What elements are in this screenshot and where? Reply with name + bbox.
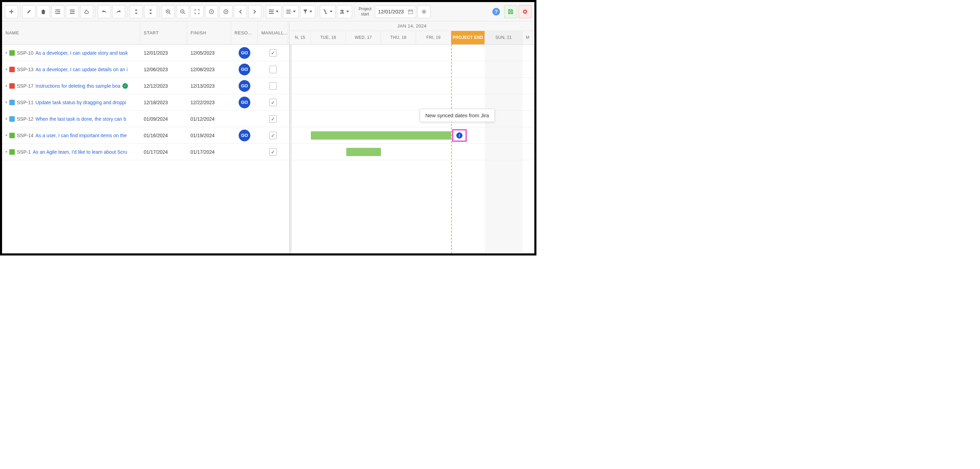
- undo-button[interactable]: [98, 5, 111, 18]
- day-header[interactable]: PROJECT END: [451, 31, 485, 45]
- day-header[interactable]: N, 15: [290, 31, 311, 45]
- manual-checkbox[interactable]: ✓: [269, 115, 277, 123]
- gantt-row[interactable]: [290, 94, 535, 111]
- expand-dot[interactable]: [5, 151, 7, 153]
- resource-cell[interactable]: GO: [231, 130, 258, 141]
- today-button[interactable]: [205, 5, 218, 18]
- start-date[interactable]: 12/06/2023: [140, 67, 187, 72]
- expand-dot[interactable]: [5, 68, 7, 70]
- avatar[interactable]: GO: [239, 47, 250, 59]
- outdent-button[interactable]: [66, 5, 79, 18]
- table-row[interactable]: SSP-14As a user, I can find important it…: [2, 127, 289, 144]
- issue-title[interactable]: As a user, I can find important items on…: [35, 133, 127, 138]
- finish-date[interactable]: 12/08/2023: [187, 67, 231, 72]
- gantt-row[interactable]: [290, 45, 535, 61]
- zoom-out-button[interactable]: [176, 5, 189, 18]
- day-header[interactable]: M: [523, 31, 533, 45]
- issue-title[interactable]: When the last task is done, the story ca…: [35, 116, 126, 122]
- erase-button[interactable]: [80, 5, 93, 18]
- manual-checkbox[interactable]: ✓: [269, 99, 277, 106]
- manual-checkbox[interactable]: ✓: [269, 49, 277, 57]
- gantt-row[interactable]: [290, 78, 535, 94]
- day-header[interactable]: WED, 17: [346, 31, 381, 45]
- add-button[interactable]: [5, 5, 18, 18]
- header-manual[interactable]: MANUALL...: [258, 21, 288, 45]
- header-finish[interactable]: FINISH: [187, 21, 231, 45]
- start-date[interactable]: 01/17/2024: [140, 149, 187, 155]
- resource-cell[interactable]: GO: [231, 64, 258, 75]
- start-date[interactable]: 12/18/2023: [140, 100, 187, 105]
- manual-cell[interactable]: [258, 66, 288, 73]
- header-resource[interactable]: RESO...: [231, 21, 258, 45]
- header-name[interactable]: NAME: [2, 21, 140, 45]
- resource-cell[interactable]: GO: [231, 47, 258, 59]
- manual-cell[interactable]: [258, 82, 288, 90]
- expand-all-button[interactable]: [130, 5, 143, 18]
- manual-checkbox[interactable]: ✓: [269, 148, 277, 156]
- view-options-dropdown[interactable]: [266, 5, 282, 18]
- gantt-row[interactable]: [290, 61, 535, 78]
- day-header[interactable]: THU, 18: [381, 31, 416, 45]
- collapse-all-button[interactable]: [144, 5, 157, 18]
- issue-title[interactable]: As an Agile team, I'd like to learn abou…: [33, 149, 127, 155]
- finish-date[interactable]: 12/05/2023: [187, 50, 231, 56]
- manual-cell[interactable]: ✓: [258, 49, 288, 57]
- redo-button[interactable]: [112, 5, 125, 18]
- gantt-row[interactable]: [290, 144, 535, 160]
- table-row[interactable]: SSP-11Update task status by dragging and…: [2, 94, 289, 111]
- zoom-in-button[interactable]: [162, 5, 175, 18]
- help-button[interactable]: ?: [490, 5, 503, 18]
- day-header[interactable]: TUE, 16: [311, 31, 346, 45]
- manual-cell[interactable]: ✓: [258, 132, 288, 139]
- avatar[interactable]: GO: [239, 130, 250, 141]
- table-row[interactable]: SSP-13As a developer, I can update detai…: [2, 61, 289, 78]
- resources-dropdown[interactable]: [337, 5, 352, 18]
- filter-dropdown[interactable]: [300, 5, 315, 18]
- manual-cell[interactable]: ✓: [258, 148, 288, 156]
- next-button[interactable]: [248, 5, 261, 18]
- start-date[interactable]: 12/12/2023: [140, 83, 187, 89]
- expand-dot[interactable]: [5, 52, 7, 54]
- finish-date[interactable]: 01/17/2024: [187, 149, 231, 155]
- avatar[interactable]: GO: [239, 97, 250, 108]
- issue-title[interactable]: Update task status by dragging and dropp…: [35, 100, 126, 105]
- avatar[interactable]: GO: [239, 80, 250, 92]
- table-row[interactable]: SSP-10As a developer, I can update story…: [2, 45, 289, 61]
- issue-title[interactable]: Instructions for deleting this sample bo…: [35, 83, 120, 89]
- manual-checkbox[interactable]: [269, 66, 277, 73]
- start-date[interactable]: 12/01/2023: [140, 50, 187, 56]
- cancel-button[interactable]: [519, 5, 531, 18]
- goto-button[interactable]: [220, 5, 232, 18]
- header-start[interactable]: START: [140, 21, 187, 45]
- table-row[interactable]: SSP-17Instructions for deleting this sam…: [2, 78, 289, 94]
- start-date[interactable]: 01/16/2024: [140, 133, 187, 138]
- task-bar[interactable]: [346, 148, 381, 156]
- day-header[interactable]: FRI, 19: [416, 31, 451, 45]
- table-row[interactable]: SSP-12When the last task is done, the st…: [2, 111, 289, 127]
- resource-cell[interactable]: GO: [231, 97, 258, 108]
- finish-date[interactable]: 01/12/2024: [187, 116, 231, 122]
- gantt-row[interactable]: [290, 111, 535, 127]
- start-date[interactable]: 01/09/2024: [140, 116, 187, 122]
- task-bar[interactable]: [311, 131, 451, 140]
- columns-dropdown[interactable]: [283, 5, 299, 18]
- expand-dot[interactable]: [5, 102, 7, 103]
- finish-date[interactable]: 12/13/2023: [187, 83, 231, 89]
- dependencies-dropdown[interactable]: [320, 5, 336, 18]
- manual-cell[interactable]: ✓: [258, 115, 288, 123]
- finish-date[interactable]: 01/19/2024: [187, 133, 231, 138]
- zoom-fit-button[interactable]: [191, 5, 204, 18]
- save-button[interactable]: [504, 5, 517, 18]
- expand-dot[interactable]: [5, 118, 7, 120]
- finish-date[interactable]: 12/22/2023: [187, 100, 231, 105]
- prev-button[interactable]: [234, 5, 247, 18]
- edit-button[interactable]: [22, 5, 35, 18]
- settings-button[interactable]: [417, 5, 431, 18]
- issue-title[interactable]: As a developer, I can update story and t…: [35, 50, 128, 56]
- manual-checkbox[interactable]: ✓: [269, 132, 277, 139]
- expand-dot[interactable]: [5, 134, 7, 136]
- day-header[interactable]: SUN, 21: [485, 31, 523, 45]
- expand-dot[interactable]: [5, 85, 7, 87]
- delete-button[interactable]: [37, 5, 50, 18]
- table-row[interactable]: SSP-1As an Agile team, I'd like to learn…: [2, 144, 289, 160]
